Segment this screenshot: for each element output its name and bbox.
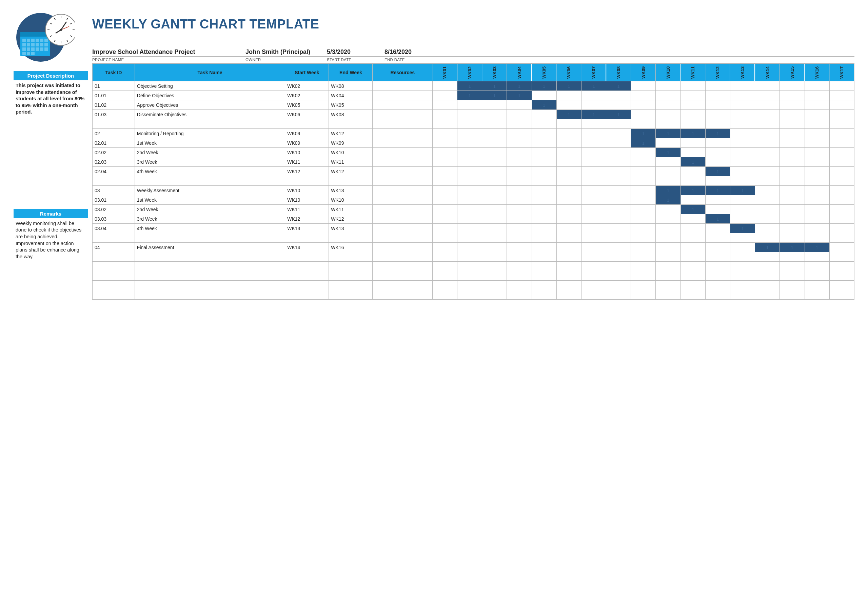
gantt-cell: [556, 290, 581, 299]
gantt-cell: [606, 224, 631, 233]
gantt-cell: 1: [730, 186, 755, 195]
gantt-cell: [581, 252, 606, 262]
gantt-cell: [532, 195, 556, 205]
project-description-block: Project Description This project was ini…: [14, 71, 88, 118]
gantt-cell: [581, 129, 606, 138]
cell-end-week: WK12: [329, 129, 373, 138]
gantt-cell: [805, 157, 830, 167]
project-name-label: PROJECT NAME: [92, 56, 246, 62]
col-week-WK11: WK11: [681, 64, 705, 81]
gantt-cell: [606, 233, 631, 243]
gantt-cell: [631, 252, 656, 262]
gantt-cell: 1: [656, 148, 681, 157]
gantt-cell: [482, 119, 507, 129]
col-week-WK09: WK09: [631, 64, 656, 81]
gantt-cell: [581, 138, 606, 148]
gantt-cell: [730, 262, 755, 271]
cell-task-id: 03.03: [92, 214, 135, 224]
cell-resources: [373, 129, 432, 138]
gantt-cell: [755, 129, 780, 138]
gantt-cell: [482, 252, 507, 262]
cell-end-week: WK08: [329, 110, 373, 119]
gantt-cell: [705, 243, 730, 252]
cell-start-week: [285, 252, 329, 262]
gantt-cell: [705, 233, 730, 243]
cell-task-name: Define Objectives: [135, 91, 285, 100]
cell-end-week: [329, 281, 373, 290]
cell-start-week: [285, 233, 329, 243]
gantt-cell: [581, 176, 606, 186]
gantt-cell: [681, 81, 705, 91]
gantt-cell: 1: [482, 81, 507, 91]
gantt-cell: [432, 214, 457, 224]
cell-start-week: [285, 271, 329, 281]
gantt-cell: 1: [705, 129, 730, 138]
cell-start-week: WK09: [285, 129, 329, 138]
gantt-cell: [507, 186, 532, 195]
gantt-cell: [507, 176, 532, 186]
gantt-cell: [755, 262, 780, 271]
table-row: 03.033rd WeekWK12WK121: [92, 214, 854, 224]
gantt-cell: [631, 281, 656, 290]
gantt-cell: [507, 157, 532, 167]
gantt-cell: [458, 205, 482, 214]
gantt-cell: [656, 176, 681, 186]
col-week-WK12: WK12: [705, 64, 730, 81]
gantt-cell: [755, 214, 780, 224]
gantt-cell: [656, 224, 681, 233]
cell-end-week: [329, 252, 373, 262]
gantt-cell: [581, 271, 606, 281]
gantt-cell: [805, 119, 830, 129]
gantt-cell: [780, 214, 805, 224]
cell-task-name: [135, 119, 285, 129]
cell-start-week: WK10: [285, 195, 329, 205]
start-date-value: 5/3/2020: [327, 49, 384, 56]
cell-start-week: [285, 290, 329, 299]
gantt-cell: [606, 176, 631, 186]
gantt-cell: [656, 233, 681, 243]
cell-end-week: WK11: [329, 205, 373, 214]
gantt-cell: [631, 224, 656, 233]
gantt-cell: [681, 195, 705, 205]
cell-resources: [373, 214, 432, 224]
gantt-cell: [606, 186, 631, 195]
gantt-cell: [755, 252, 780, 262]
gantt-cell: [656, 281, 681, 290]
gantt-cell: [805, 271, 830, 281]
gantt-cell: [830, 195, 854, 205]
gantt-cell: [730, 91, 755, 100]
gantt-cell: [730, 129, 755, 138]
cell-task-id: [92, 176, 135, 186]
col-end-week: End Week: [329, 64, 373, 81]
gantt-cell: 1: [581, 81, 606, 91]
cell-resources: [373, 176, 432, 186]
gantt-cell: [458, 100, 482, 110]
gantt-cell: [631, 176, 656, 186]
gantt-cell: [730, 81, 755, 91]
svg-rect-17: [31, 48, 35, 51]
gantt-cell: [606, 91, 631, 100]
gantt-cell: [631, 186, 656, 195]
gantt-cell: [631, 214, 656, 224]
cell-start-week: WK14: [285, 243, 329, 252]
gantt-cell: [805, 110, 830, 119]
gantt-cell: [780, 148, 805, 157]
svg-point-40: [60, 29, 62, 31]
gantt-cell: [780, 224, 805, 233]
gantt-cell: [780, 205, 805, 214]
gantt-cell: [631, 119, 656, 129]
gantt-cell: [830, 81, 854, 91]
gantt-cell: [482, 167, 507, 176]
remarks-block: Remarks Weekly monitoring shall be done …: [14, 209, 88, 262]
gantt-cell: [830, 262, 854, 271]
gantt-cell: [507, 214, 532, 224]
gantt-cell: [631, 195, 656, 205]
gantt-cell: [482, 176, 507, 186]
gantt-cell: [556, 195, 581, 205]
gantt-cell: [458, 224, 482, 233]
gantt-cell: [830, 129, 854, 138]
gantt-cell: [507, 129, 532, 138]
gantt-cell: [532, 252, 556, 262]
gantt-cell: [805, 281, 830, 290]
gantt-cell: [830, 186, 854, 195]
